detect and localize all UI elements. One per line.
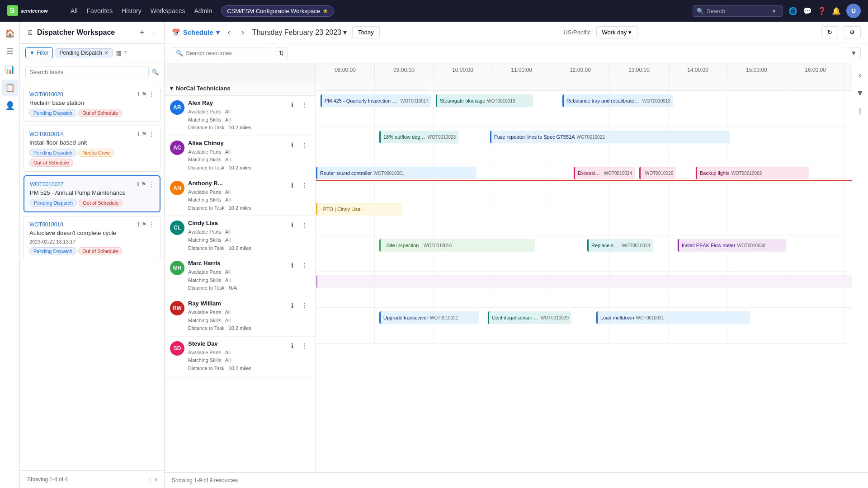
- settings-btn[interactable]: ⚙: [844, 26, 861, 38]
- right-panel-icons: ‹ ▼ i: [852, 63, 868, 472]
- task-card[interactable]: WOT0010020 ℹ ⚑ ⋮ Reclaim base station Pe…: [24, 86, 160, 122]
- prev-date-btn[interactable]: ‹: [225, 27, 233, 38]
- filter-button[interactable]: ▼ Filter: [25, 47, 53, 58]
- right-panel-scroll-up[interactable]: ‹: [852, 67, 868, 83]
- schedule-date[interactable]: Thursday February 23 2023 ▾: [252, 28, 347, 37]
- sidebar-chart[interactable]: 📊: [2, 61, 18, 78]
- refresh-btn[interactable]: ↻: [821, 26, 838, 38]
- resource-filter-btn[interactable]: ⇅: [275, 47, 288, 59]
- resource-more-btn[interactable]: ⋮: [299, 99, 310, 110]
- resource-more-btn[interactable]: ⋮: [299, 260, 310, 271]
- event-id: WOT90010002: [731, 171, 762, 176]
- resource-more-btn[interactable]: ⋮: [299, 300, 310, 311]
- sidebar-home[interactable]: 🏠: [2, 25, 18, 42]
- task-more-icon[interactable]: ⋮: [149, 91, 155, 98]
- resource-info-btn[interactable]: ℹ: [287, 260, 297, 271]
- sidebar-contact[interactable]: 👤: [2, 98, 18, 114]
- event-block[interactable]: Excessive pump overflow WOT0010024: [574, 167, 635, 179]
- event-block[interactable]: Rebalance tray and recalibrate unit WOT0…: [562, 94, 673, 107]
- resource-more-btn[interactable]: ⋮: [299, 340, 310, 351]
- resource-more-btn[interactable]: ⋮: [299, 220, 310, 230]
- schedule-tab[interactable]: 📅 Schedule ▾: [172, 28, 220, 37]
- timeline-cell: [845, 77, 852, 90]
- task-card-selected[interactable]: WOT0010027 ℹ ⚑ ⋮ PM 525 - Annual Pump Ma…: [24, 175, 160, 212]
- event-block[interactable]: 18% outflow degradation WOT0010023: [379, 131, 458, 143]
- event-block[interactable]: Router sound controller WOT90010001: [316, 167, 476, 179]
- resource-actions: ℹ ⋮: [287, 340, 310, 351]
- event-block[interactable]: Steamgate blockage WOT0010019: [436, 94, 533, 107]
- task-flag-icon[interactable]: ⚑: [141, 181, 146, 188]
- task-more-icon[interactable]: ⋮: [149, 131, 155, 137]
- task-info-icon[interactable]: ℹ: [137, 131, 140, 137]
- event-block[interactable]: - Site inspection - WOT0010016: [379, 239, 535, 252]
- event-block[interactable]: [316, 275, 852, 288]
- grid-view-icon[interactable]: ▦: [115, 49, 121, 56]
- date-chevron: ▾: [343, 28, 347, 37]
- nav-history[interactable]: History: [122, 7, 142, 14]
- task-info-icon[interactable]: ℹ: [137, 91, 140, 98]
- search-tasks-icon[interactable]: 🔍: [151, 69, 159, 75]
- task-card[interactable]: WOT0010014 ℹ ⚑ ⋮ Install floor-based uni…: [24, 126, 160, 172]
- event-id: WOT0010022: [577, 135, 605, 140]
- global-search-input[interactable]: [707, 8, 770, 14]
- list-view-icon[interactable]: ≡: [124, 49, 127, 56]
- more-options-icon[interactable]: ⋮: [151, 29, 157, 36]
- group-collapse-icon[interactable]: ▾: [170, 85, 173, 92]
- task-card[interactable]: WOT0010010 ℹ ⚑ ⋮ Autoclave doesn't compl…: [24, 216, 160, 260]
- event-block[interactable]: Install drop platin WOT0010026: [639, 167, 675, 179]
- resource-info-btn[interactable]: ℹ: [287, 99, 297, 110]
- filter-tag-close[interactable]: ✕: [104, 50, 108, 56]
- resource-search-box[interactable]: 🔍: [172, 47, 271, 59]
- resource-more-btn[interactable]: ⋮: [299, 180, 310, 191]
- event-block[interactable]: Fuse repeater lines to Spec GT551A WOT00…: [490, 131, 730, 143]
- avatar[interactable]: U: [846, 4, 861, 18]
- resource-info-btn[interactable]: ℹ: [287, 180, 297, 191]
- event-block[interactable]: Replace scanhead WOT0010034: [587, 239, 653, 252]
- search-tasks-input[interactable]: [25, 66, 149, 78]
- task-info-icon[interactable]: ℹ: [137, 181, 139, 188]
- sidebar-menu[interactable]: ☰: [2, 43, 18, 60]
- task-flag-icon[interactable]: ⚑: [142, 131, 147, 137]
- resource-info-btn[interactable]: ℹ: [287, 340, 297, 351]
- time-grid-cell: [845, 308, 852, 343]
- event-block[interactable]: PM 425 - Quarterly Inspection & Mai WOT0…: [321, 94, 431, 107]
- task-more-icon[interactable]: ⋮: [149, 221, 155, 228]
- event-block[interactable]: Install PEAK Flow meter WOT0010030: [678, 239, 786, 252]
- task-flag-icon[interactable]: ⚑: [142, 221, 147, 228]
- today-button[interactable]: Today: [352, 26, 380, 38]
- globe-icon[interactable]: 🌐: [788, 7, 797, 15]
- nav-all[interactable]: All: [71, 7, 78, 14]
- global-search-box[interactable]: 🔍 ▾: [693, 5, 783, 17]
- view-selector[interactable]: Work day ▾: [596, 26, 638, 38]
- task-info-icon[interactable]: ℹ: [137, 221, 140, 228]
- task-more-icon[interactable]: ⋮: [148, 181, 154, 188]
- timeline-filter-btn[interactable]: ▼: [847, 47, 861, 59]
- nav-favorites[interactable]: Favorites: [87, 7, 113, 14]
- next-page-btn[interactable]: ›: [155, 475, 157, 483]
- event-block[interactable]: Upgrade transceiver WOT0010021: [379, 311, 479, 324]
- nav-workspaces[interactable]: Workspaces: [151, 7, 185, 14]
- next-date-btn[interactable]: ›: [239, 27, 247, 38]
- right-panel-info[interactable]: i: [852, 103, 868, 119]
- event-block[interactable]: Load meltdown WOT0010031: [596, 311, 750, 324]
- help-icon[interactable]: ❓: [817, 7, 826, 15]
- sidebar-dispatch[interactable]: 📋: [2, 80, 18, 96]
- event-block[interactable]: Centrifugal sensor failure WOT0010029: [488, 311, 571, 324]
- right-panel-filter[interactable]: ▼: [852, 85, 868, 101]
- chat-icon[interactable]: 💬: [803, 7, 812, 15]
- prev-page-btn[interactable]: ‹: [148, 475, 151, 483]
- event-block[interactable]: Backup lights WOT90010002: [696, 167, 809, 179]
- resource-info-btn[interactable]: ℹ: [287, 140, 297, 150]
- resource-more-btn[interactable]: ⋮: [299, 140, 310, 150]
- resource-search-input[interactable]: [186, 50, 258, 56]
- task-flag-icon[interactable]: ⚑: [142, 91, 147, 98]
- workspace-badge[interactable]: CSM/FSM Configurable Workspace ★: [221, 5, 334, 17]
- resource-info-btn[interactable]: ℹ: [287, 300, 297, 311]
- add-panel-btn[interactable]: +: [137, 27, 147, 38]
- bell-icon[interactable]: 🔔: [832, 7, 841, 15]
- timeline-area[interactable]: 08:00:00 09:00:00 10:00:00 11:00:00 12:0…: [316, 63, 852, 472]
- event-block[interactable]: - PTO | Cindy Lisa -: [316, 203, 402, 216]
- nav-admin[interactable]: Admin: [194, 7, 212, 14]
- resource-info-btn[interactable]: ℹ: [287, 220, 297, 230]
- search-dropdown-icon[interactable]: ▾: [773, 8, 776, 14]
